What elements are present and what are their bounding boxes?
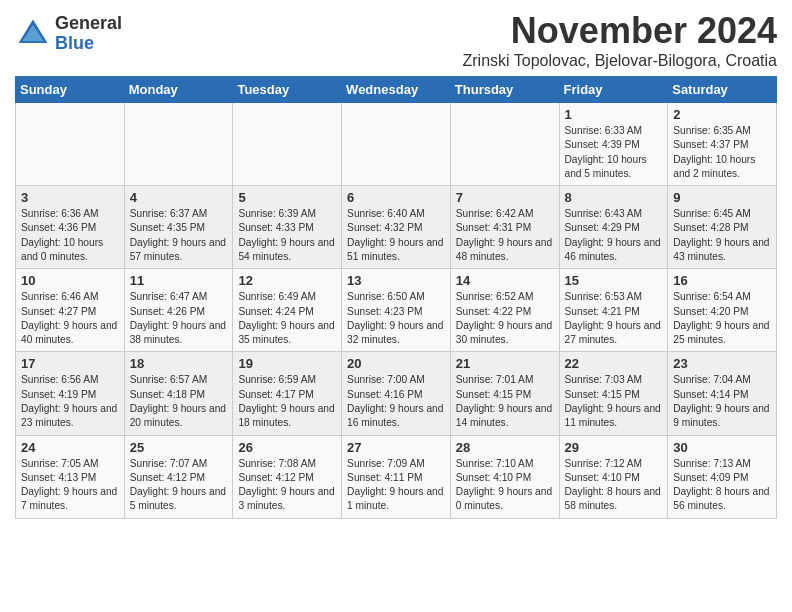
day-number: 24 [21, 440, 119, 455]
day-info: Sunrise: 6:37 AM Sunset: 4:35 PM Dayligh… [130, 207, 228, 264]
day-info: Sunrise: 7:08 AM Sunset: 4:12 PM Dayligh… [238, 457, 336, 514]
calendar-cell: 15Sunrise: 6:53 AM Sunset: 4:21 PM Dayli… [559, 269, 668, 352]
day-number: 5 [238, 190, 336, 205]
day-number: 1 [565, 107, 663, 122]
weekday-header-row: SundayMondayTuesdayWednesdayThursdayFrid… [16, 77, 777, 103]
day-number: 7 [456, 190, 554, 205]
weekday-header-tuesday: Tuesday [233, 77, 342, 103]
weekday-header-sunday: Sunday [16, 77, 125, 103]
day-number: 11 [130, 273, 228, 288]
logo-general: General [55, 14, 122, 34]
day-info: Sunrise: 7:12 AM Sunset: 4:10 PM Dayligh… [565, 457, 663, 514]
day-number: 16 [673, 273, 771, 288]
calendar-cell [342, 103, 451, 186]
day-info: Sunrise: 7:07 AM Sunset: 4:12 PM Dayligh… [130, 457, 228, 514]
day-info: Sunrise: 6:57 AM Sunset: 4:18 PM Dayligh… [130, 373, 228, 430]
calendar-cell [16, 103, 125, 186]
calendar-cell: 29Sunrise: 7:12 AM Sunset: 4:10 PM Dayli… [559, 435, 668, 518]
day-number: 9 [673, 190, 771, 205]
day-info: Sunrise: 6:39 AM Sunset: 4:33 PM Dayligh… [238, 207, 336, 264]
day-info: Sunrise: 6:36 AM Sunset: 4:36 PM Dayligh… [21, 207, 119, 264]
logo: General Blue [15, 14, 122, 54]
day-info: Sunrise: 6:59 AM Sunset: 4:17 PM Dayligh… [238, 373, 336, 430]
calendar-week-row: 24Sunrise: 7:05 AM Sunset: 4:13 PM Dayli… [16, 435, 777, 518]
day-info: Sunrise: 6:33 AM Sunset: 4:39 PM Dayligh… [565, 124, 663, 181]
calendar-cell: 28Sunrise: 7:10 AM Sunset: 4:10 PM Dayli… [450, 435, 559, 518]
day-number: 19 [238, 356, 336, 371]
title-area: November 2024 Zrinski Topolovac, Bjelova… [462, 10, 777, 70]
day-number: 28 [456, 440, 554, 455]
day-info: Sunrise: 6:42 AM Sunset: 4:31 PM Dayligh… [456, 207, 554, 264]
calendar-cell: 8Sunrise: 6:43 AM Sunset: 4:29 PM Daylig… [559, 186, 668, 269]
calendar-cell: 16Sunrise: 6:54 AM Sunset: 4:20 PM Dayli… [668, 269, 777, 352]
calendar-cell: 22Sunrise: 7:03 AM Sunset: 4:15 PM Dayli… [559, 352, 668, 435]
day-info: Sunrise: 6:40 AM Sunset: 4:32 PM Dayligh… [347, 207, 445, 264]
calendar-cell: 26Sunrise: 7:08 AM Sunset: 4:12 PM Dayli… [233, 435, 342, 518]
day-number: 23 [673, 356, 771, 371]
day-number: 3 [21, 190, 119, 205]
day-number: 20 [347, 356, 445, 371]
calendar-cell: 24Sunrise: 7:05 AM Sunset: 4:13 PM Dayli… [16, 435, 125, 518]
calendar-week-row: 17Sunrise: 6:56 AM Sunset: 4:19 PM Dayli… [16, 352, 777, 435]
day-info: Sunrise: 7:05 AM Sunset: 4:13 PM Dayligh… [21, 457, 119, 514]
day-info: Sunrise: 7:13 AM Sunset: 4:09 PM Dayligh… [673, 457, 771, 514]
day-info: Sunrise: 7:09 AM Sunset: 4:11 PM Dayligh… [347, 457, 445, 514]
day-info: Sunrise: 6:35 AM Sunset: 4:37 PM Dayligh… [673, 124, 771, 181]
day-info: Sunrise: 6:54 AM Sunset: 4:20 PM Dayligh… [673, 290, 771, 347]
calendar-week-row: 1Sunrise: 6:33 AM Sunset: 4:39 PM Daylig… [16, 103, 777, 186]
calendar-cell: 6Sunrise: 6:40 AM Sunset: 4:32 PM Daylig… [342, 186, 451, 269]
calendar-cell: 3Sunrise: 6:36 AM Sunset: 4:36 PM Daylig… [16, 186, 125, 269]
day-info: Sunrise: 6:47 AM Sunset: 4:26 PM Dayligh… [130, 290, 228, 347]
calendar-cell: 23Sunrise: 7:04 AM Sunset: 4:14 PM Dayli… [668, 352, 777, 435]
day-info: Sunrise: 7:03 AM Sunset: 4:15 PM Dayligh… [565, 373, 663, 430]
header: General Blue November 2024 Zrinski Topol… [15, 10, 777, 70]
calendar-cell: 2Sunrise: 6:35 AM Sunset: 4:37 PM Daylig… [668, 103, 777, 186]
day-info: Sunrise: 7:01 AM Sunset: 4:15 PM Dayligh… [456, 373, 554, 430]
day-info: Sunrise: 7:10 AM Sunset: 4:10 PM Dayligh… [456, 457, 554, 514]
day-info: Sunrise: 6:43 AM Sunset: 4:29 PM Dayligh… [565, 207, 663, 264]
calendar-cell: 25Sunrise: 7:07 AM Sunset: 4:12 PM Dayli… [124, 435, 233, 518]
logo-text: General Blue [55, 14, 122, 54]
day-info: Sunrise: 7:04 AM Sunset: 4:14 PM Dayligh… [673, 373, 771, 430]
day-info: Sunrise: 6:56 AM Sunset: 4:19 PM Dayligh… [21, 373, 119, 430]
weekday-header-thursday: Thursday [450, 77, 559, 103]
day-info: Sunrise: 6:49 AM Sunset: 4:24 PM Dayligh… [238, 290, 336, 347]
calendar-table: SundayMondayTuesdayWednesdayThursdayFrid… [15, 76, 777, 519]
day-number: 30 [673, 440, 771, 455]
calendar-cell [124, 103, 233, 186]
location-title: Zrinski Topolovac, Bjelovar-Bilogora, Cr… [462, 52, 777, 70]
weekday-header-saturday: Saturday [668, 77, 777, 103]
day-number: 12 [238, 273, 336, 288]
weekday-header-friday: Friday [559, 77, 668, 103]
day-number: 8 [565, 190, 663, 205]
day-number: 22 [565, 356, 663, 371]
day-info: Sunrise: 6:53 AM Sunset: 4:21 PM Dayligh… [565, 290, 663, 347]
day-number: 13 [347, 273, 445, 288]
calendar-cell: 18Sunrise: 6:57 AM Sunset: 4:18 PM Dayli… [124, 352, 233, 435]
calendar-cell: 1Sunrise: 6:33 AM Sunset: 4:39 PM Daylig… [559, 103, 668, 186]
month-title: November 2024 [462, 10, 777, 52]
day-number: 29 [565, 440, 663, 455]
day-number: 2 [673, 107, 771, 122]
calendar-cell: 7Sunrise: 6:42 AM Sunset: 4:31 PM Daylig… [450, 186, 559, 269]
day-number: 15 [565, 273, 663, 288]
calendar-cell: 20Sunrise: 7:00 AM Sunset: 4:16 PM Dayli… [342, 352, 451, 435]
day-number: 27 [347, 440, 445, 455]
day-number: 6 [347, 190, 445, 205]
calendar-cell: 4Sunrise: 6:37 AM Sunset: 4:35 PM Daylig… [124, 186, 233, 269]
day-number: 25 [130, 440, 228, 455]
calendar-cell: 13Sunrise: 6:50 AM Sunset: 4:23 PM Dayli… [342, 269, 451, 352]
weekday-header-wednesday: Wednesday [342, 77, 451, 103]
day-info: Sunrise: 6:46 AM Sunset: 4:27 PM Dayligh… [21, 290, 119, 347]
calendar-cell: 27Sunrise: 7:09 AM Sunset: 4:11 PM Dayli… [342, 435, 451, 518]
logo-icon [15, 16, 51, 52]
calendar-cell: 10Sunrise: 6:46 AM Sunset: 4:27 PM Dayli… [16, 269, 125, 352]
day-number: 17 [21, 356, 119, 371]
day-number: 14 [456, 273, 554, 288]
calendar-cell [450, 103, 559, 186]
day-number: 26 [238, 440, 336, 455]
calendar-cell: 17Sunrise: 6:56 AM Sunset: 4:19 PM Dayli… [16, 352, 125, 435]
calendar-cell: 14Sunrise: 6:52 AM Sunset: 4:22 PM Dayli… [450, 269, 559, 352]
calendar-week-row: 3Sunrise: 6:36 AM Sunset: 4:36 PM Daylig… [16, 186, 777, 269]
logo-blue: Blue [55, 34, 122, 54]
